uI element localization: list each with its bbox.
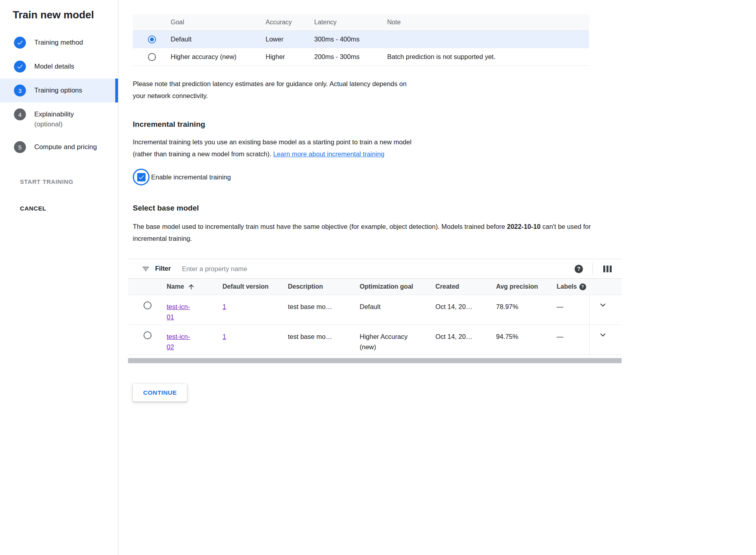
incremental-training-checkbox-label: Enable incremental training	[151, 173, 231, 181]
goal-header-accuracy: Accuracy	[266, 19, 314, 26]
expand-row-button[interactable]	[589, 325, 622, 354]
base-header-created: Created	[435, 283, 496, 290]
model-description-cell: test base mo…	[288, 295, 360, 312]
goal-header-goal: Goal	[171, 19, 266, 26]
goal-table: Goal Accuracy Latency Note Default Lower…	[133, 14, 589, 66]
chevron-down-icon	[598, 300, 608, 310]
learn-more-link[interactable]: Learn more about incremental training	[273, 150, 384, 157]
expand-row-button[interactable]	[589, 295, 622, 325]
enable-incremental-training-row: Enable incremental training	[133, 169, 756, 185]
model-description-cell: test base mo…	[288, 325, 360, 342]
cancel-button[interactable]: CANCEL	[0, 205, 118, 212]
filter-input[interactable]	[182, 265, 575, 273]
radio-test-icn-01[interactable]	[144, 301, 152, 309]
filter-icon	[142, 265, 150, 273]
filter-help-icon[interactable]: ?	[575, 265, 583, 273]
train-new-model-page: Train new model Training method Model de…	[0, 0, 756, 555]
radio-higher-accuracy-goal[interactable]	[148, 53, 156, 61]
latency-disclaimer-text: Please note that prediction latency esti…	[133, 78, 414, 102]
sidebar-step-training-method[interactable]: Training method	[0, 31, 118, 55]
horizontal-scrollbar-thumb[interactable]	[128, 358, 622, 363]
radio-test-icn-02[interactable]	[144, 331, 152, 339]
step-label-main: Explainability	[34, 110, 74, 118]
step-number-icon: 5	[14, 141, 26, 153]
goal-row-default[interactable]: Default Lower 300ms - 400ms	[133, 31, 589, 48]
base-header-avg-precision: Avg precision	[496, 283, 557, 290]
goal-cell-latency: 300ms - 400ms	[314, 35, 387, 43]
column-display-options-icon[interactable]	[602, 266, 612, 272]
goal-cell-note: Batch prediction is not supported yet.	[387, 53, 589, 61]
base-model-desc-before: The base model used to incrementally tra…	[133, 223, 507, 230]
labels-cell: —	[557, 295, 589, 312]
goal-cell-goal: Higher accuracy (new)	[171, 53, 266, 61]
step-label-explainability: Explainability (optional)	[34, 108, 74, 129]
goal-table-header: Goal Accuracy Latency Note	[133, 14, 589, 31]
sidebar-step-explainability[interactable]: 4 Explainability (optional)	[0, 102, 118, 135]
labels-cell: —	[557, 325, 589, 342]
base-header-default-version: Default version	[222, 283, 288, 290]
step-complete-check-icon	[14, 61, 26, 73]
goal-cell-accuracy: Lower	[266, 35, 314, 43]
base-model-description: The base model used to incrementally tra…	[133, 220, 613, 244]
start-training-button[interactable]: START TRAINING	[0, 178, 118, 185]
chevron-down-icon	[598, 330, 608, 340]
labels-help-icon[interactable]: ?	[579, 283, 586, 290]
base-table-header: Name Default version Description Optimiz…	[128, 279, 622, 295]
labels-header-label: Labels	[557, 283, 577, 290]
goal-row-higher-accuracy[interactable]: Higher accuracy (new) Higher 200ms - 300…	[133, 48, 589, 66]
checkbox-checked-icon	[137, 173, 146, 181]
incremental-training-description: Incremental training lets you use an exi…	[133, 136, 423, 160]
training-options-panel: Goal Accuracy Latency Note Default Lower…	[118, 0, 756, 555]
base-model-row-test-icn-01: test-icn-01 1 test base mo… Default Oct …	[128, 295, 622, 325]
step-label-compute-and-pricing: Compute and pricing	[34, 141, 97, 152]
base-model-cutoff-date: 2022-10-10	[507, 223, 540, 230]
created-cell: Oct 14, 20…	[435, 325, 496, 342]
default-version-link[interactable]: 1	[222, 301, 226, 312]
avg-precision-cell: 78.97%	[496, 295, 557, 312]
goal-header-latency: Latency	[314, 19, 387, 26]
steps-sidebar: Train new model Training method Model de…	[0, 0, 118, 555]
incremental-training-checkbox[interactable]	[133, 169, 150, 185]
continue-button[interactable]: CONTINUE	[133, 384, 187, 401]
filter-label: Filter	[155, 265, 171, 272]
select-base-model-heading: Select base model	[133, 204, 756, 213]
model-name-link[interactable]: test-icn-02	[167, 331, 195, 352]
base-model-table: Filter ? Name Default version Descriptio…	[128, 259, 622, 363]
base-header-description: Description	[288, 283, 360, 290]
avg-precision-cell: 94.75%	[496, 325, 557, 342]
step-label-model-details: Model details	[34, 61, 74, 72]
step-label-training-method: Training method	[34, 37, 83, 48]
goal-cell-latency: 200ms - 300ms	[314, 53, 387, 61]
incremental-training-heading: Incremental training	[133, 120, 756, 129]
step-label-training-options: Training options	[34, 85, 82, 96]
base-header-name[interactable]: Name	[167, 283, 222, 291]
goal-header-note: Note	[387, 19, 589, 26]
created-cell: Oct 14, 20…	[435, 295, 496, 312]
base-header-optimization-goal: Optimization goal	[360, 283, 435, 290]
step-number-icon: 4	[14, 108, 26, 120]
sort-ascending-icon[interactable]	[187, 283, 195, 291]
horizontal-scrollbar	[128, 358, 622, 363]
step-complete-check-icon	[14, 37, 26, 49]
optimization-goal-cell: Default	[360, 301, 380, 312]
goal-cell-goal: Default	[171, 35, 266, 43]
sidebar-step-compute-and-pricing[interactable]: 5 Compute and pricing	[0, 135, 118, 159]
table-filter-bar: Filter ?	[128, 259, 622, 279]
optimization-goal-cell: Higher Accuracy (new)	[360, 331, 423, 352]
base-header-labels: Labels ?	[557, 283, 592, 290]
default-version-link[interactable]: 1	[222, 331, 226, 342]
filter-bar-divider	[593, 263, 593, 275]
model-name-link[interactable]: test-icn-01	[167, 301, 195, 322]
step-label-optional: (optional)	[34, 120, 74, 130]
sidebar-step-model-details[interactable]: Model details	[0, 55, 118, 79]
page-title: Train new model	[0, 9, 118, 21]
name-header-label: Name	[167, 283, 184, 290]
base-model-row-test-icn-02: test-icn-02 1 test base mo… Higher Accur…	[128, 325, 622, 355]
goal-cell-accuracy: Higher	[266, 53, 314, 61]
sidebar-step-training-options[interactable]: 3 Training options	[0, 79, 118, 102]
step-number-icon: 3	[14, 85, 26, 96]
radio-default-goal[interactable]	[148, 35, 156, 43]
